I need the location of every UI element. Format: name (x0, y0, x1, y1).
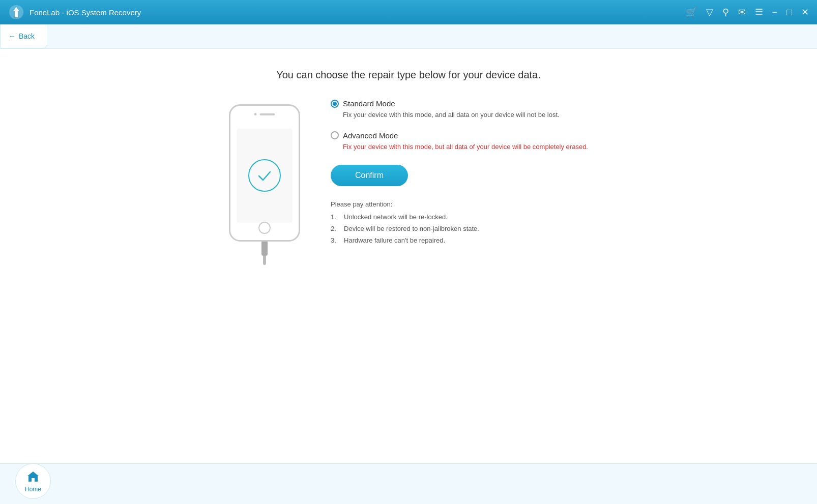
attention-section: Please pay attention: 1. Unlocked networ… (331, 200, 588, 248)
phone-connector-wrap (261, 242, 268, 265)
standard-mode-text: Standard Mode (343, 99, 395, 108)
check-circle (248, 159, 281, 192)
standard-mode-radio[interactable] (331, 100, 339, 108)
titlebar: FoneLab - iOS System Recovery 🛒 ▽ ⚲ ✉ ☰ … (0, 0, 817, 24)
signal-icon[interactable]: ▽ (706, 7, 713, 18)
attention-text-2: Device will be restored to non-jailbroke… (344, 225, 479, 232)
attention-item-2: 2. Device will be restored to non-jailbr… (331, 225, 588, 232)
navbar: ← Back (0, 24, 817, 49)
phone-connector (261, 242, 268, 256)
back-arrow-icon: ← (9, 32, 16, 40)
maximize-button[interactable]: □ (786, 7, 792, 18)
home-icon (26, 469, 40, 484)
back-button[interactable]: ← Back (0, 24, 47, 48)
home-button[interactable]: Home (15, 463, 51, 499)
attention-text-3: Hardware failure can't be repaired. (344, 236, 445, 244)
app-icon (8, 4, 24, 20)
attention-num-1: 1. (331, 213, 341, 221)
content-row: Standard Mode Fix your device with this … (229, 99, 588, 265)
checkmark-icon (256, 167, 273, 184)
phone-body (229, 104, 300, 242)
options-panel: Standard Mode Fix your device with this … (331, 99, 588, 248)
phone-speaker (254, 113, 275, 115)
main-content: You can choose the repair type below for… (0, 49, 817, 463)
phone-home-button (258, 222, 271, 234)
close-button[interactable]: ✕ (801, 7, 809, 18)
advanced-mode-description: Fix your device with this mode, but all … (343, 142, 588, 152)
titlebar-controls: 🛒 ▽ ⚲ ✉ ☰ − □ ✕ (686, 7, 809, 18)
attention-title: Please pay attention: (331, 200, 588, 208)
phone-illustration (229, 104, 300, 265)
attention-num-2: 2. (331, 225, 341, 232)
key-icon[interactable]: ⚲ (722, 7, 729, 18)
app-title: FoneLab - iOS System Recovery (30, 8, 686, 17)
attention-text-1: Unlocked network will be re-locked. (344, 213, 448, 221)
minimize-button[interactable]: − (772, 7, 778, 18)
attention-item-3: 3. Hardware failure can't be repaired. (331, 236, 588, 244)
phone-screen (237, 129, 293, 223)
advanced-mode-label[interactable]: Advanced Mode (331, 131, 588, 140)
confirm-button[interactable]: Confirm (331, 165, 408, 186)
standard-mode-label[interactable]: Standard Mode (331, 99, 588, 108)
advanced-mode-text: Advanced Mode (343, 131, 398, 140)
chat-icon[interactable]: ✉ (738, 7, 746, 18)
attention-item-1: 1. Unlocked network will be re-locked. (331, 213, 588, 221)
phone-speaker-bar (260, 113, 275, 115)
attention-num-3: 3. (331, 236, 341, 244)
standard-mode-description: Fix your device with this mode, and all … (343, 110, 588, 120)
advanced-mode-option[interactable]: Advanced Mode Fix your device with this … (331, 131, 588, 162)
menu-icon[interactable]: ☰ (755, 7, 763, 18)
page-title: You can choose the repair type below for… (276, 69, 541, 81)
cart-icon[interactable]: 🛒 (686, 7, 697, 18)
standard-mode-option[interactable]: Standard Mode Fix your device with this … (331, 99, 588, 128)
home-label: Home (25, 486, 41, 493)
advanced-mode-radio[interactable] (331, 131, 339, 139)
bottom-bar: Home (0, 463, 817, 504)
phone-camera (254, 113, 257, 115)
phone-connector-tip (263, 256, 266, 265)
back-label: Back (19, 32, 35, 40)
